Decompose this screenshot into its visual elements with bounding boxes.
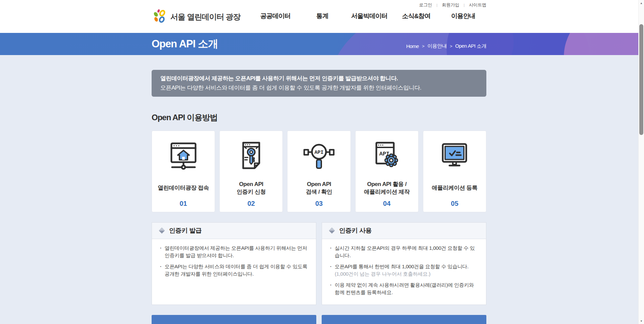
diamond-bullet-icon [159, 228, 165, 234]
sitemap-link[interactable]: 사이트맵 [469, 1, 486, 9]
utility-bar: 로그인 | 회원가입 | 사이트맵 [419, 1, 486, 9]
site-logo[interactable]: 서울 열린데이터 광장 [152, 9, 240, 25]
page-banner: Open API 소개 Home > 이용안내 > Open API 소개 [0, 33, 644, 55]
nav-statistics[interactable]: 통계 [299, 12, 346, 20]
step-label: Open API검색 / 확인 [306, 180, 332, 197]
scrollbar-thumb[interactable] [639, 24, 643, 135]
list-item: 열린데이터광장에서 제공하는 오픈API를 사용하기 위해서는 먼저 인증키를 … [160, 244, 308, 260]
list-item: 오픈API는 다양한 서비스와 데이터를 좀 더 쉽게 이용할 수 있도록 공개… [160, 263, 308, 278]
breadcrumb-usage-guide[interactable]: 이용안내 [427, 43, 447, 49]
utility-separator: | [459, 3, 469, 7]
breadcrumb: Home > 이용안내 > Open API 소개 [406, 43, 486, 49]
api-gear-icon: API [370, 131, 404, 180]
list-item-note: (1,000건이 넘는 경우 나누어서 호출하세요.) [335, 270, 478, 278]
signup-link[interactable]: 회원가입 [442, 1, 459, 9]
box-header: 인증키 사용 [322, 223, 486, 239]
utility-separator: | [432, 3, 442, 7]
step-label: 애플리케이션 등록 [432, 180, 477, 197]
breadcrumb-home[interactable]: Home [406, 43, 419, 49]
breadcrumb-current: Open API 소개 [455, 43, 486, 49]
key-usage-box: 인증키 사용 실시간 지하철 오픈API의 경우 하루에 최대 1,000건 요… [322, 222, 486, 305]
breadcrumb-separator: > [422, 44, 424, 49]
apply-buttons: 일반 인증키 신청 실시간 지하철 인증키 신청 [152, 315, 486, 324]
nav-news-participation[interactable]: 소식&참여 [393, 12, 440, 20]
key-info-boxes: 인증키 발급 열린데이터광장에서 제공하는 오픈API를 사용하기 위해서는 먼… [152, 222, 486, 305]
notice-line-2: 오픈API는 다양한 서비스와 데이터를 좀 더 쉽게 이용할 수 있도록 공개… [160, 84, 478, 92]
box-title: 인증키 발급 [169, 226, 202, 235]
intro-notice-box: 열린데이터광장에서 제공하는 오픈API를 사용하기 위해서는 먼저 인증키를 … [152, 70, 486, 97]
list-item: 실시간 지하철 오픈API의 경우 하루에 최대 1,000건 요청할 수 있습… [330, 244, 478, 260]
step-card-3: API Open API검색 / 확인 03 [287, 131, 351, 212]
scroll-down-arrow-icon[interactable]: ▼ [639, 318, 644, 324]
login-link[interactable]: 로그인 [419, 1, 432, 9]
monitor-check-icon [438, 131, 471, 180]
notice-line-1: 열린데이터광장에서 제공하는 오픈API를 사용하기 위해서는 먼저 인증키를 … [160, 75, 478, 83]
step-number: 05 [451, 200, 458, 207]
browser-home-icon [167, 131, 200, 180]
general-key-apply-button[interactable]: 일반 인증키 신청 [152, 315, 316, 324]
main-nav: 공공데이터 통계 서울빅데이터 소식&참여 이용안내 [252, 12, 487, 20]
nav-usage-guide[interactable]: 이용안내 [440, 12, 487, 20]
key-document-icon [234, 131, 268, 180]
step-card-1: 열린데이터광장 접속 01 [152, 131, 215, 212]
step-number: 01 [179, 200, 187, 207]
main-content: 열린데이터광장에서 제공하는 오픈API를 사용하기 위해서는 먼저 인증키를 … [0, 55, 644, 324]
vertical-scrollbar[interactable]: ▲ ▼ [638, 0, 644, 324]
nav-seoul-bigdata[interactable]: 서울빅데이터 [346, 12, 393, 20]
key-issuance-box: 인증키 발급 열린데이터광장에서 제공하는 오픈API를 사용하기 위해서는 먼… [152, 222, 316, 305]
step-number: 04 [383, 200, 390, 207]
scroll-up-arrow-icon[interactable]: ▲ [639, 0, 644, 6]
step-number: 03 [315, 200, 323, 207]
page-title: Open API 소개 [152, 37, 218, 51]
logo-text: 서울 열린데이터 광장 [170, 12, 240, 22]
step-label: 열린데이터광장 접속 [158, 180, 209, 197]
step-card-2: Open API인증키 신청 02 [219, 131, 283, 212]
step-label: Open API 활용 /애플리케이션 제작 [364, 180, 410, 197]
step-label: Open API인증키 신청 [236, 180, 266, 197]
diamond-bullet-icon [329, 228, 335, 234]
banner-decor-shape [555, 33, 644, 55]
site-header: 로그인 | 회원가입 | 사이트맵 서울 열린데이터 광장 공공데이터 통계 서… [0, 0, 644, 33]
step-number: 02 [248, 200, 255, 207]
seoul-flower-logo-icon [152, 9, 167, 25]
step-card-5: 애플리케이션 등록 05 [423, 131, 486, 212]
box-title: 인증키 사용 [339, 226, 372, 235]
api-steps: 열린데이터광장 접속 01 [152, 131, 486, 212]
list-item: 오픈API를 통해서 한번에 최대 1,000건을 요청할 수 있습니다. (1… [330, 263, 478, 278]
step-card-4: API Open API 활용 /애플리케이션 제작 0 [355, 131, 419, 212]
nav-public-data[interactable]: 공공데이터 [252, 12, 299, 20]
realtime-subway-key-apply-button[interactable]: 실시간 지하철 인증키 신청 [322, 315, 486, 324]
breadcrumb-separator: > [450, 44, 452, 49]
svg-text:API: API [314, 150, 323, 155]
box-header: 인증키 발급 [152, 223, 316, 239]
section-title: Open API 이용방법 [152, 112, 486, 123]
list-item: 이용 제약 없이 계속 사용하시려면 활용사례(갤러리)에 인증키와 함께 컨텐… [330, 281, 478, 296]
api-magnifier-icon: API [302, 131, 336, 180]
